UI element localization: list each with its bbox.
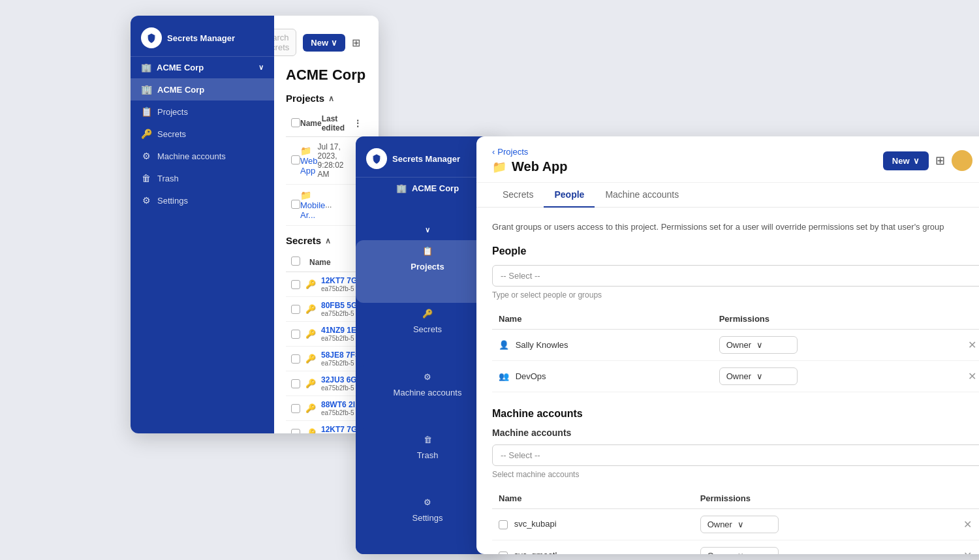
nav-label-machine-mid: Machine accounts: [394, 388, 462, 397]
machine-icon-mid: ⚙: [424, 372, 431, 382]
new-button-back[interactable]: New ∨: [303, 34, 345, 52]
logo-area-back: Secrets Manager: [131, 16, 274, 57]
secret-row-4[interactable]: 🔑58JE8 7FSea75b2fb-5: [286, 347, 367, 371]
remove-button-sally[interactable]: ✕: [963, 338, 979, 352]
trash-icon-mid: 🗑: [424, 435, 432, 444]
secret-row-3[interactable]: 🔑41NZ9 1Eea75b2fb-5: [286, 322, 367, 347]
front-topbar-left: ‹ Projects 📁 Web App: [492, 147, 568, 174]
page-title-back: ACME Corp: [286, 67, 367, 84]
sidebar-item-machine-back[interactable]: ⚙ Machine accounts: [131, 145, 274, 167]
topbar-back: 🔍 Search secrets New ∨ ⊞: [286, 29, 367, 56]
nav-label-projects: Projects: [157, 107, 188, 117]
sidebar-item-acme-back[interactable]: 🏢 ACME Corp: [131, 78, 274, 101]
remove-button-gmeetl[interactable]: ✕: [958, 549, 977, 555]
sidebar-item-settings-back[interactable]: ⚙ Settings: [131, 189, 274, 211]
perm-select-gmeetl[interactable]: Owner ∨: [700, 547, 779, 555]
search-box-back[interactable]: 🔍 Search secrets: [274, 29, 296, 56]
chevron-down-icon-mid: ∨: [425, 226, 430, 234]
perm-select-sally[interactable]: Owner ∨: [719, 336, 798, 354]
machine-remove-gmeetl: ✕: [952, 540, 979, 554]
grid-icon-front[interactable]: ⊞: [935, 153, 945, 168]
select-placeholder-machine: -- Select --: [501, 450, 540, 460]
machine-table: Name Permissions svc_kubapi: [492, 488, 979, 555]
acme-nav-back[interactable]: 🏢 ACME Corp ∨: [131, 57, 274, 78]
folder-icon-mobile: 📁: [300, 190, 311, 200]
front-content: Grant groups or users access to this pro…: [476, 208, 979, 554]
perm-select-devops[interactable]: Owner ∨: [719, 367, 798, 385]
select-placeholder-people: -- Select --: [501, 271, 540, 281]
sidebar-item-projects-back[interactable]: 📋 Projects: [131, 101, 274, 123]
chevron-down-icon-new-back: ∨: [331, 38, 337, 48]
logo-shield-back: [141, 27, 162, 48]
people-perm-devops: Owner ∨: [713, 360, 957, 392]
nav-label-secrets: Secrets: [157, 129, 186, 139]
page-title-front: 📁 Web App: [492, 159, 568, 174]
nav-label-acme: ACME Corp: [157, 85, 204, 95]
secrets-name-col: Name: [309, 258, 362, 267]
machine-select-add-row: -- Select -- ∨ Add: [492, 444, 979, 466]
people-row-sally: 👤 Sally Knowles Owner ∨ ✕: [492, 329, 979, 360]
project-link-mobile[interactable]: Mobile Ar...: [300, 200, 325, 220]
acme-nav-icon: 🏢: [141, 84, 151, 95]
people-row-devops: 👥 DevOps Owner ∨ ✕: [492, 360, 979, 392]
name-col-header: Name: [300, 119, 322, 128]
machine-check-kubapi[interactable]: [499, 520, 508, 529]
front-topbar: ‹ Projects 📁 Web App New ∨ ⊞ Edit Projec…: [476, 136, 979, 183]
chevron-down-icon-back: ∨: [258, 63, 264, 72]
project-link-webapp[interactable]: Web App: [300, 156, 318, 176]
project-row-webapp[interactable]: 📁Web App Jul 17, 2023, 9:28:02 AM ⋮: [286, 137, 367, 185]
people-select[interactable]: -- Select -- ∨: [492, 265, 979, 287]
machine-nav-icon: ⚙: [141, 151, 151, 161]
remove-button-kubapi[interactable]: ✕: [958, 518, 977, 531]
secret-row-1[interactable]: 🔑12KT7 7Gea75b2fb-5: [286, 272, 367, 297]
grid-icon-back[interactable]: ⊞: [352, 37, 360, 49]
nav-label-machine: Machine accounts: [157, 151, 226, 161]
remove-button-devops[interactable]: ✕: [963, 369, 979, 383]
select-all-check-back[interactable]: [291, 118, 300, 127]
breadcrumb[interactable]: ‹ Projects: [492, 147, 568, 157]
machine-actions-header: [952, 488, 979, 509]
tabs-row: Secrets People Machine accounts: [476, 183, 979, 208]
machine-name-kubapi: svc_kubapi: [492, 508, 694, 540]
nav-label-settings: Settings: [157, 196, 188, 206]
logo-shield-mid: [366, 148, 387, 169]
key-icon-5: 🔑: [305, 379, 316, 388]
people-actions-header: [956, 309, 979, 330]
key-icon-2: 🔑: [305, 304, 316, 314]
projects-header-back: Projects ∧: [286, 93, 367, 104]
perm-select-kubapi[interactable]: Owner ∨: [700, 516, 779, 533]
description-text: Grant groups or users access to this pro…: [492, 221, 979, 234]
secret-row-5[interactable]: 🔑32JU3 6Gea75b2fb-5: [286, 371, 367, 396]
secret-row-7[interactable]: 🔑12KT7 7Gea75b2fb-5: [286, 421, 367, 433]
project-edited-webapp: Jul 17, 2023, 9:28:02 AM: [318, 142, 354, 179]
key-icon-7: 🔑: [305, 428, 316, 433]
machine-row-kubapi: svc_kubapi Owner ∨ ✕: [492, 508, 979, 540]
chevron-left-icon: ‹: [492, 147, 495, 157]
machine-check-gmeetl[interactable]: [499, 552, 508, 554]
secrets-table-header: Name: [286, 253, 367, 272]
project-row-mobile[interactable]: 📁Mobile Ar... ... ⋮: [286, 185, 367, 226]
machine-select[interactable]: -- Select -- ∨: [492, 444, 979, 466]
tab-secrets[interactable]: Secrets: [492, 183, 544, 208]
tab-machine-accounts[interactable]: Machine accounts: [595, 183, 689, 208]
machine-accounts-sub: Machine accounts: [492, 428, 979, 438]
people-name-header: Name: [492, 309, 713, 330]
sidebar-item-trash-back[interactable]: 🗑 Trash: [131, 167, 274, 189]
avatar-front: [952, 150, 972, 171]
secret-row-2[interactable]: 🔑80FB5 5Gea75b2fb-5: [286, 297, 367, 322]
edited-col-header: Last edited: [322, 114, 354, 132]
back-card: Secrets Manager 🏢 ACME Corp ∨ 🏢 ACME Cor…: [131, 16, 379, 433]
machine-remove-kubapi: ✕: [952, 508, 979, 540]
folder-title-icon: 📁: [492, 160, 506, 174]
select-all-secrets-check[interactable]: [291, 257, 300, 266]
tab-people[interactable]: People: [544, 183, 595, 208]
group-icon-devops: 👥: [499, 371, 509, 381]
people-table: Name Permissions 👤 Sally Knowles Own: [492, 309, 979, 392]
key-icon-4: 🔑: [305, 354, 316, 364]
new-button-front[interactable]: New ∨: [883, 151, 929, 170]
chevron-secrets-icon: ∧: [325, 236, 331, 245]
trash-nav-icon: 🗑: [141, 173, 151, 183]
machine-perm-gmeetl: Owner ∨: [694, 540, 952, 554]
sidebar-item-secrets-back[interactable]: 🔑 Secrets: [131, 123, 274, 145]
secret-row-6[interactable]: 🔑88WT6 2Iea75b2fb-5: [286, 396, 367, 421]
